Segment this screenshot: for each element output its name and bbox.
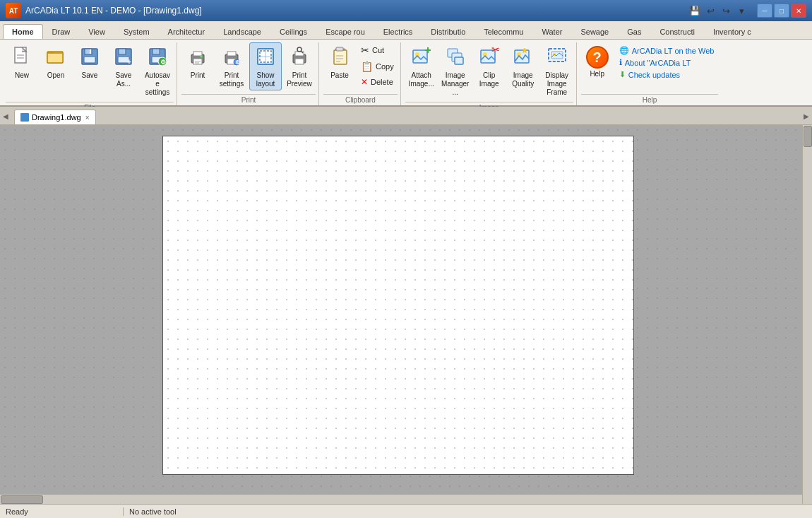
save-button[interactable]: Save bbox=[73, 42, 106, 89]
display-frame-button[interactable]: Display Image Frame bbox=[541, 42, 573, 99]
doc-nav-left[interactable]: ◀ bbox=[3, 112, 8, 119]
document-tabs: ◀ Drawing1.dwg × ▶ bbox=[0, 107, 812, 125]
tab-sewage[interactable]: Sewage bbox=[571, 24, 618, 39]
image-group: Attach Image... Image Manager... bbox=[402, 42, 577, 105]
svg-rect-11 bbox=[119, 49, 126, 54]
tab-architectur[interactable]: Architectur bbox=[159, 24, 215, 39]
about-label: About "ArCADia LT bbox=[625, 59, 691, 67]
status-bar: Ready No active tool bbox=[0, 504, 812, 518]
tab-telecommu[interactable]: Telecommu bbox=[474, 24, 532, 39]
save-label: Save bbox=[82, 71, 98, 80]
save-as-button[interactable]: + Save As... bbox=[107, 42, 140, 90]
qa-undo[interactable]: ↩ bbox=[703, 4, 717, 18]
clip-image-icon: ✂ bbox=[479, 46, 500, 70]
vertical-scrollbar[interactable] bbox=[802, 125, 812, 504]
tab-water[interactable]: Water bbox=[533, 24, 572, 39]
copy-button[interactable]: 📋 Copy bbox=[357, 59, 398, 74]
web-link[interactable]: 🌐 ArCADia LT on the Web bbox=[618, 45, 716, 56]
paste-label: Paste bbox=[330, 71, 349, 80]
print-settings-button[interactable]: ⚙ Print settings bbox=[215, 42, 248, 90]
web-label: ArCADia LT on the Web bbox=[632, 47, 715, 55]
minimize-button[interactable]: ─ bbox=[757, 4, 772, 18]
tab-system[interactable]: System bbox=[114, 24, 159, 39]
paste-button[interactable]: Paste bbox=[323, 42, 356, 89]
h-scroll-thumb[interactable] bbox=[1, 495, 43, 504]
tab-ceilings[interactable]: Ceilings bbox=[270, 24, 316, 39]
svg-text:⚙: ⚙ bbox=[160, 59, 166, 66]
svg-rect-51 bbox=[455, 57, 463, 64]
web-icon: 🌐 bbox=[619, 46, 629, 55]
tab-electrics[interactable]: Electrics bbox=[374, 24, 422, 39]
attach-image-button[interactable]: Attach Image... bbox=[405, 42, 438, 90]
delete-icon: ✕ bbox=[361, 77, 368, 87]
print-settings-icon: ⚙ bbox=[221, 46, 242, 70]
cut-button[interactable]: ✂ Cut bbox=[357, 42, 398, 58]
doc-tab-close[interactable]: × bbox=[85, 114, 90, 122]
file-group: New Open bbox=[3, 42, 177, 105]
svg-rect-8 bbox=[84, 57, 95, 63]
print-button[interactable]: Print bbox=[181, 42, 214, 89]
tab-landscape[interactable]: Landscape bbox=[214, 24, 270, 39]
canvas-workspace[interactable] bbox=[0, 125, 812, 504]
image-manager-label: Image Manager... bbox=[441, 71, 470, 97]
open-button[interactable]: Open bbox=[40, 42, 72, 89]
paste-icon bbox=[329, 46, 350, 70]
show-layout-icon bbox=[255, 46, 276, 70]
svg-text:⚙: ⚙ bbox=[235, 59, 240, 66]
tab-escape[interactable]: Escape rou bbox=[316, 24, 374, 39]
doc-tab-drawing1[interactable]: Drawing1.dwg × bbox=[14, 110, 96, 124]
show-layout-button[interactable]: Show layout bbox=[249, 42, 282, 90]
tab-constructi[interactable]: Constructi bbox=[650, 24, 704, 39]
save-as-icon: + bbox=[113, 46, 134, 70]
qa-redo[interactable]: ↪ bbox=[719, 4, 733, 18]
tab-inventory[interactable]: Inventory c bbox=[704, 24, 760, 39]
close-button[interactable]: ✕ bbox=[791, 4, 806, 18]
canvas-container bbox=[0, 125, 812, 504]
autosave-button[interactable]: ⚙ Autosave settings bbox=[141, 42, 174, 99]
tab-view[interactable]: View bbox=[79, 24, 114, 39]
updates-label: Check updates bbox=[628, 71, 680, 79]
attach-image-icon bbox=[411, 46, 432, 70]
tab-home[interactable]: Home bbox=[3, 24, 43, 39]
tab-distributio[interactable]: Distributio bbox=[422, 24, 474, 39]
print-preview-button[interactable]: Print Preview bbox=[283, 42, 316, 90]
new-button[interactable]: New bbox=[6, 42, 38, 89]
clipboard-group-label: Clipboard bbox=[323, 94, 398, 105]
open-icon bbox=[45, 46, 66, 70]
help-group: ? Help 🌐 ArCADia LT on the Web ℹ About "… bbox=[578, 42, 722, 105]
updates-icon: ⬇ bbox=[619, 70, 626, 79]
horizontal-scrollbar[interactable] bbox=[0, 494, 802, 504]
updates-link[interactable]: ⬇ Check updates bbox=[618, 69, 716, 80]
maximize-button[interactable]: □ bbox=[774, 4, 789, 18]
svg-rect-20 bbox=[193, 52, 202, 56]
title-bar-title: ArCADia LT 10.1 EN - DEMO - [Drawing1.dw… bbox=[25, 6, 202, 16]
ribbon-tab-bar: Home Draw View System Architectur Landsc… bbox=[0, 21, 812, 40]
cut-icon: ✂ bbox=[361, 45, 369, 56]
svg-rect-40 bbox=[334, 50, 347, 64]
drawing-canvas bbox=[162, 136, 634, 475]
image-manager-button[interactable]: Image Manager... bbox=[439, 42, 472, 99]
tab-draw[interactable]: Draw bbox=[43, 24, 80, 39]
qa-save[interactable]: 💾 bbox=[688, 4, 702, 18]
print-preview-label: Print Preview bbox=[285, 71, 314, 88]
svg-rect-9 bbox=[90, 49, 91, 54]
print-settings-label: Print settings bbox=[217, 71, 246, 88]
clip-image-button[interactable]: ✂ Clip Image bbox=[473, 42, 506, 90]
doc-tab-icon bbox=[20, 113, 29, 122]
window-controls: 💾 ↩ ↪ ▾ ─ □ ✕ bbox=[688, 4, 806, 18]
svg-rect-15 bbox=[153, 49, 160, 54]
status-tool: No active tool bbox=[124, 507, 812, 516]
tab-gas[interactable]: Gas bbox=[618, 24, 650, 39]
svg-rect-5 bbox=[47, 53, 63, 63]
doc-nav-right[interactable]: ▶ bbox=[804, 112, 809, 119]
about-link[interactable]: ℹ About "ArCADia LT bbox=[618, 57, 716, 68]
delete-button[interactable]: ✕ Delete bbox=[357, 75, 398, 89]
app-logo: AT bbox=[6, 3, 21, 18]
image-quality-button[interactable]: Image Quality bbox=[507, 42, 539, 90]
svg-rect-36 bbox=[295, 59, 304, 64]
print-group-content: Print ⚙ Print settings bbox=[181, 42, 316, 93]
help-label: Help bbox=[590, 70, 604, 78]
help-button[interactable]: ? Help bbox=[581, 42, 614, 89]
qa-more[interactable]: ▾ bbox=[734, 4, 748, 18]
v-scroll-thumb[interactable] bbox=[804, 126, 812, 147]
